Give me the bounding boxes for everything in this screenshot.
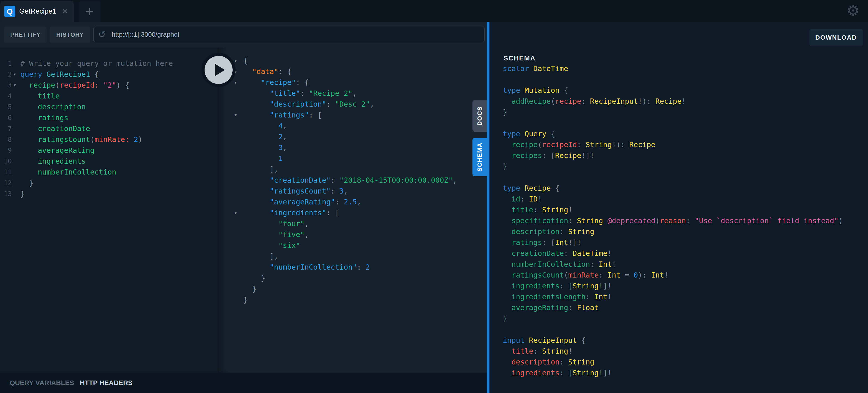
bottom-bar: QUERY VARIABLES HTTP HEADERS — [0, 373, 487, 393]
code-line: type Query { — [503, 128, 843, 139]
code-line: ingredientsLength: Int! — [503, 291, 843, 302]
code-line — [503, 324, 843, 335]
toolbar: PRETTIFY HISTORY ↺ http://[::1]:3000/gra… — [0, 22, 487, 48]
close-tab-icon[interactable]: ✕ — [62, 7, 68, 16]
tab-title: GetRecipe1 — [19, 7, 62, 16]
fold-arrow-icon[interactable]: ▾ — [13, 80, 16, 91]
response-panel: ▾{▾ "data": {▾ "recipe": { "title": "Rec… — [218, 48, 487, 373]
panel-divider[interactable] — [487, 22, 490, 393]
graphql-playground: Q GetRecipe1 ✕ + ⚙ PRETTIFY HISTORY ↺ ht… — [0, 0, 868, 393]
code-line: input RecipeInput { — [503, 335, 843, 346]
code-line: ▾ "recipe": { — [244, 77, 457, 88]
code-line: "title": "Recipe 2", — [244, 88, 457, 99]
code-line: id: ID! — [503, 193, 843, 205]
query-tab-icon: Q — [4, 6, 16, 17]
schema-sdl: scalar DateTimetype Mutation { addRecipe… — [503, 63, 843, 378]
schema-side-tab-label: SCHEMA — [476, 142, 483, 172]
reload-icon[interactable]: ↺ — [98, 29, 106, 40]
code-line: 2, — [244, 131, 457, 142]
settings-gear-icon[interactable]: ⚙ — [844, 0, 862, 21]
code-line: } — [503, 161, 843, 172]
line-number: 5 — [0, 101, 12, 112]
code-line: ingredients: [String!]! — [503, 367, 843, 378]
code-line: description: String — [503, 226, 843, 237]
code-line: title — [20, 91, 173, 101]
fold-arrow-icon[interactable]: ▾ — [234, 77, 237, 88]
code-line: } — [20, 178, 173, 188]
code-line: numberInCollection: Int! — [503, 259, 843, 270]
code-line: } — [244, 283, 457, 294]
code-line: 4, — [244, 120, 457, 131]
schema-panel-title: SCHEMA — [503, 54, 536, 62]
endpoint-url-input[interactable]: ↺ http://[::1]:3000/graphql — [93, 27, 485, 42]
fold-arrow-icon[interactable]: ▾ — [234, 110, 237, 120]
line-number: 2 — [0, 69, 12, 80]
code-line: # Write your query or mutation here — [20, 58, 173, 69]
code-line: "five", — [244, 229, 457, 240]
line-number: 3 — [0, 80, 12, 91]
tab-getrecipe1[interactable]: Q GetRecipe1 ✕ — [0, 1, 74, 22]
code-line: scalar DateTime — [503, 63, 843, 74]
code-line: averageRating: Float — [503, 302, 843, 313]
line-number: 6 — [0, 112, 12, 123]
code-line: specification: String @deprecated(reason… — [503, 215, 843, 226]
tab-bar: Q GetRecipe1 ✕ + ⚙ — [0, 0, 868, 22]
line-number: 11 — [0, 167, 12, 178]
docs-side-tab[interactable]: DOCS — [472, 100, 487, 132]
code-line: creationDate: DateTime! — [503, 248, 843, 259]
schema-side-tab[interactable]: SCHEMA — [472, 138, 487, 176]
line-number: 13 — [0, 188, 12, 199]
code-line — [503, 118, 843, 128]
code-line: } — [244, 273, 457, 283]
code-line: recipe(recipeId: String!): Recipe — [503, 139, 843, 150]
code-line — [503, 172, 843, 183]
code-line: creationDate — [20, 123, 173, 134]
code-line: description: String — [503, 357, 843, 367]
code-line: title: String! — [503, 205, 843, 215]
code-line: ratingsCount(minRate: Int = 0): Int! — [503, 270, 843, 280]
code-line: ingredients — [20, 156, 173, 167]
line-number-gutter: 12345678910111213 — [0, 58, 12, 199]
line-number: 10 — [0, 156, 12, 167]
fold-arrow-icon[interactable]: ▾ — [234, 207, 237, 218]
schema-panel[interactable]: SCHEMA DOWNLOAD scalar DateTimetype Muta… — [490, 22, 868, 393]
line-number: 8 — [0, 134, 12, 145]
code-line: averageRating — [20, 145, 173, 156]
code-line: ▾query GetRecipe1 { — [20, 69, 173, 80]
prettify-button[interactable]: PRETTIFY — [4, 27, 46, 42]
code-line: ingredients: [String!]! — [503, 280, 843, 291]
fold-arrow-icon[interactable]: ▾ — [13, 69, 16, 80]
code-line: ratings: [Int!]! — [503, 237, 843, 248]
query-editor[interactable]: 12345678910111213 # Write your query or … — [0, 48, 218, 373]
download-button[interactable]: DOWNLOAD — [809, 29, 863, 46]
code-line: 3, — [244, 142, 457, 153]
play-icon — [215, 64, 225, 76]
code-line: "ratingsCount": 3, — [244, 186, 457, 196]
code-line: ratings — [20, 112, 173, 123]
code-line: "averageRating": 2.5, — [244, 196, 457, 207]
code-line: numberInCollection — [20, 167, 173, 178]
code-line: "numberInCollection": 2 — [244, 262, 457, 273]
code-line — [503, 74, 843, 85]
code-line: ▾{ — [244, 55, 457, 66]
code-line: } — [244, 294, 457, 305]
code-line: description — [20, 101, 173, 112]
code-line: } — [20, 188, 173, 199]
query-variables-tab[interactable]: QUERY VARIABLES — [10, 373, 74, 393]
code-line: type Mutation { — [503, 85, 843, 96]
execute-query-button[interactable] — [202, 53, 236, 87]
line-number: 1 — [0, 58, 12, 69]
code-line: "creationDate": "2018-04-15T00:00:00.000… — [244, 175, 457, 186]
code-line: ], — [244, 164, 457, 175]
code-line: type Recipe { — [503, 183, 843, 193]
new-tab-button[interactable]: + — [79, 1, 100, 22]
line-number: 7 — [0, 123, 12, 134]
http-headers-tab[interactable]: HTTP HEADERS — [80, 373, 133, 393]
line-number: 4 — [0, 91, 12, 101]
query-code[interactable]: # Write your query or mutation here▾quer… — [20, 58, 173, 199]
code-line: ], — [244, 251, 457, 262]
code-line: "description": "Desc 2", — [244, 99, 457, 110]
code-line: "four", — [244, 218, 457, 229]
history-button[interactable]: HISTORY — [50, 27, 90, 42]
code-line: } — [503, 107, 843, 118]
